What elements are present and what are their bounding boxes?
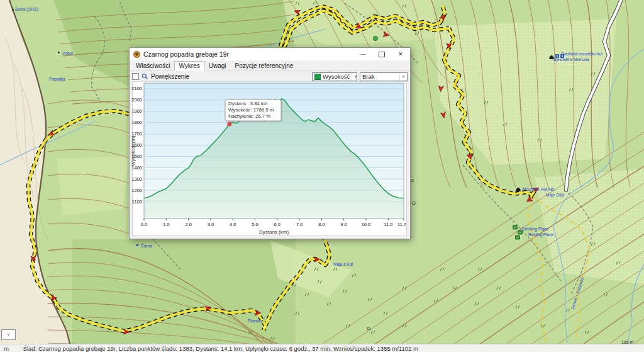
map-label: Mountain Hut Alb.: [523, 187, 555, 191]
geocache-marker: [374, 37, 378, 41]
magnifier-icon: [142, 73, 148, 80]
series-select-value: Wysokość: [323, 73, 350, 80]
application-window: ΩΩΩBučol (1901)PobolPopadijaČarnaPlavnic…: [0, 0, 644, 352]
elevation-chart[interactable]: 1100120013001400150016001700180019002000…: [130, 81, 410, 239]
dialog-titlebar[interactable]: Czarnog popadia grebaje 19r — ✕: [130, 48, 410, 60]
map-label: Maje Grlje: [546, 193, 565, 198]
map-label: Pobol: [62, 51, 73, 55]
chevron-down-icon: ˅: [7, 332, 10, 338]
cave-icon: Ω: [367, 326, 370, 331]
status-track-summary: Ślad: Czarnog popadia grebaje 19r, Liczb…: [23, 345, 418, 352]
x-axis-title: Dystans (km): [259, 229, 289, 235]
x-tick-label: 8.0: [318, 222, 325, 227]
x-tick-label: 11.0: [384, 222, 392, 227]
map-label: Bučol (1901): [15, 7, 38, 12]
x-tick-label: 10.0: [362, 222, 371, 227]
waypoint-marker: [440, 112, 446, 118]
x-tick-label: 0.0: [141, 222, 147, 227]
tab-pozycje-referencyjne[interactable]: Pozycje referencyjne: [231, 61, 298, 71]
x-tick-label: 7.0: [296, 222, 303, 227]
map-label: Plavnica: [248, 319, 264, 323]
tooltip-line: Wysokość: 1786.5 m: [228, 107, 274, 113]
x-tick-label: 9.0: [340, 222, 347, 227]
y-tick-label: 1300: [131, 176, 142, 182]
map-label: Maja e Kat: [333, 262, 353, 267]
maximize-icon: [379, 52, 385, 57]
y-tick-label: 1100: [132, 199, 142, 205]
chevron-down-icon: ˅: [399, 73, 407, 81]
tab-właściwości[interactable]: Właściwości: [131, 61, 174, 71]
chart-area: 1100120013001400150016001700180019002000…: [130, 81, 410, 239]
map-label: Resting Place: [528, 232, 553, 237]
dialog-title: Czarnog popadia grebaje 19r: [143, 50, 350, 58]
chart-tooltip: Dystans : 3.84 kmWysokość: 1786.5 mNachy…: [225, 99, 282, 123]
secondary-select-value: Brak: [362, 73, 375, 80]
map-label: Popadija: [49, 77, 65, 82]
tab-uwagi[interactable]: Uwagi: [204, 61, 231, 71]
map-overlay-dropdown[interactable]: ˅: [1, 329, 16, 340]
chart-toolbar: Powiększenie Wysokość ˅ Brak ˅: [130, 71, 410, 82]
maximize-button[interactable]: [372, 48, 391, 60]
y-tick-label: 1800: [131, 120, 142, 125]
x-tick-label: 4.0: [230, 222, 236, 227]
secondary-select[interactable]: Brak ˅: [360, 72, 408, 81]
tooltip-line: Dystans : 3.84 km: [228, 101, 267, 106]
status-bar: m Ślad: Czarnog popadia grebaje 19r, Lic…: [0, 344, 644, 352]
status-unit: m: [4, 345, 21, 352]
minimize-button[interactable]: —: [353, 48, 372, 60]
y-tick-label: 2100: [131, 86, 142, 91]
x-tick-label: 3.0: [208, 222, 214, 227]
zoom-label: Powiększenie: [151, 73, 189, 80]
x-tick-label: 1.0: [163, 222, 169, 227]
y-axis-title: Wysokość(m): [130, 135, 136, 166]
tooltip-line: Nachylenie: 26.7 %: [228, 113, 270, 119]
cave-icon: Ω: [412, 200, 416, 206]
x-tick-label: 2.0: [185, 222, 191, 227]
y-tick-label: 1900: [131, 108, 142, 114]
x-tick-label: 6.0: [274, 222, 280, 227]
track-properties-dialog: Czarnog popadia grebaje 19r — ✕ Właściwo…: [129, 47, 411, 239]
series-color-swatch: [314, 74, 321, 80]
map-label: Drinking Place: [522, 227, 548, 232]
y-tick-label: 1200: [131, 188, 142, 193]
close-button[interactable]: ✕: [391, 48, 410, 60]
map-label: Čarna: [141, 243, 152, 248]
map-label: Dobërdol mountain hut: [561, 52, 602, 56]
chevron-down-icon: ˅: [352, 73, 359, 81]
track-icon: [133, 51, 140, 58]
hut-icon: [516, 188, 521, 192]
series-select[interactable]: Wysokość ˅: [312, 72, 357, 81]
x-tick-label: 5.0: [252, 222, 258, 227]
tab-bar: WłaściwościWykresUwagiPozycje referencyj…: [130, 60, 410, 71]
y-tick-label: 2000: [131, 97, 142, 103]
tab-wykres[interactable]: Wykres: [174, 61, 204, 71]
map-label: Bjeshkët e Nemuna: [553, 57, 589, 62]
zoom-checkbox[interactable]: [132, 73, 139, 80]
x-tick-label: 11.7: [397, 222, 406, 227]
